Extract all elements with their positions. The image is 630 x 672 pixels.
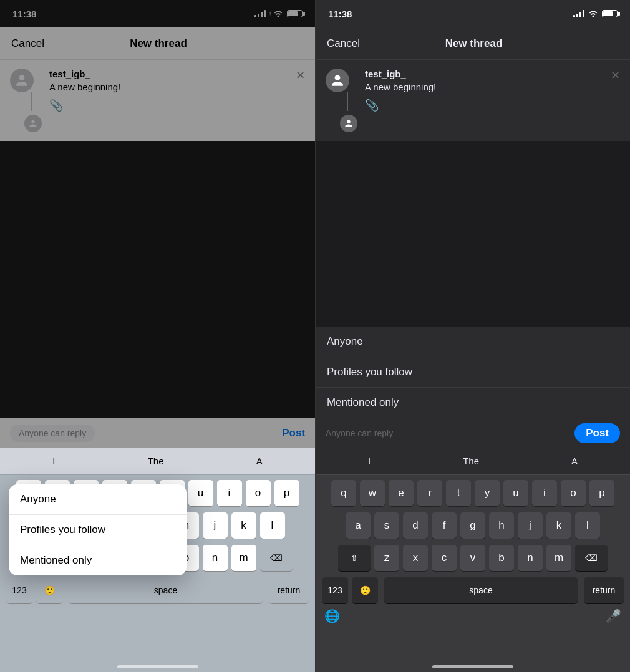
key-shift-right[interactable]: ⇧ xyxy=(338,545,371,571)
status-time-right: 11:38 xyxy=(328,9,352,19)
popup-menu-left: Anyone Profiles you follow Mentioned onl… xyxy=(9,484,187,575)
key-row-1-right: q w e r t y u i o p xyxy=(318,480,628,506)
key-d-right[interactable]: d xyxy=(403,512,428,539)
reply-option-mentioned-right[interactable]: Mentioned only xyxy=(316,388,630,418)
key-g-right[interactable]: g xyxy=(460,512,485,539)
suggestion-i-right[interactable]: I xyxy=(361,453,378,469)
key-e-right[interactable]: e xyxy=(389,480,414,506)
key-q-right[interactable]: q xyxy=(331,480,356,506)
reply-options-right: Anyone Profiles you follow Mentioned onl… xyxy=(316,327,630,418)
key-l-right[interactable]: l xyxy=(575,512,600,539)
key-row-2-right: a s d f g h j k l xyxy=(318,512,628,539)
key-o-left[interactable]: o xyxy=(246,480,271,506)
thread-line-right xyxy=(347,92,348,111)
key-t-right[interactable]: t xyxy=(446,480,471,506)
suggestion-a-left[interactable]: A xyxy=(249,453,270,469)
suggestion-a-right[interactable]: A xyxy=(564,453,585,469)
status-bar-right: 11:38 xyxy=(316,0,630,27)
key-j-right[interactable]: j xyxy=(518,512,543,539)
home-indicator-right xyxy=(432,665,513,668)
key-i-left[interactable]: i xyxy=(217,480,242,506)
suggestion-i-left[interactable]: I xyxy=(45,453,62,469)
key-123-right[interactable]: 123 xyxy=(322,577,348,603)
key-o-right[interactable]: o xyxy=(561,480,586,506)
key-b-right[interactable]: b xyxy=(489,545,514,571)
key-space-right[interactable]: space xyxy=(384,577,578,603)
composer-right-right: test_igb_ A new beginning! 📎 xyxy=(365,69,620,132)
paperclip-icon-right[interactable]: 📎 xyxy=(365,99,379,112)
key-123-left[interactable]: 123 xyxy=(6,577,32,603)
key-i-right[interactable]: i xyxy=(532,480,557,506)
key-p-left[interactable]: p xyxy=(274,480,299,506)
keyboard-suggestions-right: I The A xyxy=(316,448,630,475)
suggestion-the-right[interactable]: The xyxy=(455,453,487,469)
key-f-right[interactable]: f xyxy=(432,512,457,539)
status-icons-right xyxy=(573,9,618,19)
key-n-left[interactable]: n xyxy=(203,545,228,571)
keyboard-right: I The A q w e r t y u i o p a s d f g xyxy=(316,448,630,672)
composer-username-right: test_igb_ xyxy=(365,69,620,79)
cancel-button-right[interactable]: Cancel xyxy=(327,37,360,50)
key-k-left[interactable]: k xyxy=(231,512,256,539)
key-row-bottom-right: 123 🙂 space return xyxy=(318,577,628,603)
keyboard-rows-right: q w e r t y u i o p a s d f g h j k l xyxy=(316,475,630,606)
key-n-right[interactable]: n xyxy=(518,545,543,571)
key-w-right[interactable]: w xyxy=(360,480,385,506)
key-row-3-right: ⇧ z x c v b n m ⌫ xyxy=(318,545,628,571)
key-a-right[interactable]: a xyxy=(346,512,371,539)
key-k-right[interactable]: k xyxy=(546,512,571,539)
composer-text-right: A new beginning! xyxy=(365,82,620,92)
key-emoji-right[interactable]: 🙂 xyxy=(352,577,378,603)
signal-icon-right xyxy=(573,10,584,17)
dim-overlay-left xyxy=(0,0,315,448)
bottom-bar-right: Anyone can reply Post xyxy=(316,418,630,448)
key-m-right[interactable]: m xyxy=(546,545,571,571)
keyboard-bottom-icons-right: 🌐 🎤 xyxy=(316,606,630,623)
popup-item-anyone[interactable]: Anyone xyxy=(9,484,187,515)
key-x-right[interactable]: x xyxy=(403,545,428,571)
key-u-right[interactable]: u xyxy=(503,480,528,506)
key-space-left[interactable]: space xyxy=(69,577,263,603)
popup-item-profiles-follow[interactable]: Profiles you follow xyxy=(9,515,187,545)
key-delete-right[interactable]: ⌫ xyxy=(575,545,608,571)
post-button-right[interactable]: Post xyxy=(574,423,620,443)
key-m-left[interactable]: m xyxy=(231,545,256,571)
key-h-right[interactable]: h xyxy=(489,512,514,539)
key-row-bottom-left: 123 🙂 space return xyxy=(2,577,313,603)
key-y-right[interactable]: y xyxy=(475,480,500,506)
avatar-right xyxy=(326,69,349,92)
key-l-left[interactable]: l xyxy=(260,512,285,539)
reply-option-anyone-right[interactable]: Anyone xyxy=(316,327,630,357)
home-indicator-left xyxy=(117,665,198,668)
key-u-left[interactable]: u xyxy=(188,480,213,506)
close-icon-right[interactable]: ✕ xyxy=(611,69,620,82)
add-thread-avatar-right xyxy=(340,115,357,132)
left-phone-panel: 11:38 ᵎ Cancel New thread xyxy=(0,0,315,672)
globe-icon-right[interactable]: 🌐 xyxy=(324,608,340,623)
popup-item-mentioned[interactable]: Mentioned only xyxy=(9,545,187,575)
key-emoji-left[interactable]: 🙂 xyxy=(36,577,62,603)
key-return-right[interactable]: return xyxy=(584,577,624,603)
key-v-right[interactable]: v xyxy=(460,545,485,571)
key-j-left[interactable]: j xyxy=(203,512,228,539)
key-s-right[interactable]: s xyxy=(374,512,399,539)
wifi-icon-right xyxy=(588,9,598,19)
right-phone-panel: 11:38 Cancel New thread xyxy=(315,0,630,672)
suggestion-the-left[interactable]: The xyxy=(140,453,172,469)
key-z-right[interactable]: z xyxy=(374,545,399,571)
nav-bar-right: Cancel New thread xyxy=(316,27,630,60)
anyone-reply-label-right: Anyone can reply xyxy=(326,428,393,438)
key-c-right[interactable]: c xyxy=(432,545,457,571)
key-delete-left[interactable]: ⌫ xyxy=(260,545,293,571)
mic-icon-right[interactable]: 🎤 xyxy=(606,608,621,623)
keyboard-suggestions-left: I The A xyxy=(0,448,315,475)
key-p-right[interactable]: p xyxy=(589,480,614,506)
key-return-left[interactable]: return xyxy=(269,577,309,603)
reply-option-profiles-right[interactable]: Profiles you follow xyxy=(316,357,630,388)
key-r-right[interactable]: r xyxy=(417,480,442,506)
thread-composer-right: test_igb_ A new beginning! 📎 ✕ xyxy=(316,60,630,141)
battery-icon-right xyxy=(602,10,618,17)
page-title-right: New thread xyxy=(445,37,503,50)
